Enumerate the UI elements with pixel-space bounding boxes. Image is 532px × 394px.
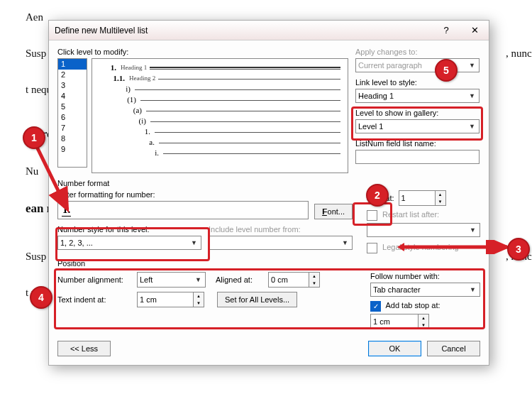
spin-down-icon: ▼ [419,322,428,329]
level-gallery-label: Level to show in gallery: [355,109,480,117]
less-button[interactable]: << Less [57,341,111,356]
text-indent-input[interactable] [137,292,194,307]
number-style-select[interactable]: 1, 2, 3, ...▼ [57,236,201,250]
aligned-at-label: Aligned at: [216,275,265,284]
annotation-marker-5: 5 [435,59,458,82]
bg-line: , nunc. N [506,46,532,61]
dialog-title: Define new Multilevel list [55,26,432,35]
apply-changes-select: Current paragraph▼ [355,58,480,72]
spin-down-icon: ▼ [194,300,204,307]
position-label: Position [57,259,480,268]
add-tab-input[interactable] [370,314,419,329]
aligned-at-spinner[interactable]: ▲▼ [268,272,320,288]
ok-button[interactable]: OK [368,341,421,356]
preview-pane: 1.Heading 1 1.1.Heading 2 i) (1) (a) (i)… [92,58,348,173]
add-tab-label: Add tab stop at: [385,301,440,310]
chevron-down-icon: ▼ [189,239,199,246]
restart-label: Restart list after: [382,210,439,219]
click-level-label: Click level to modify: [57,48,348,56]
spin-down-icon: ▼ [436,198,445,205]
link-level-select[interactable]: Heading 1▼ [355,89,480,103]
chevron-down-icon: ▼ [467,62,477,69]
titlebar[interactable]: Define new Multilevel list ? ✕ [49,21,489,40]
start-at-input[interactable] [399,190,436,206]
level-item[interactable]: 3 [58,80,87,91]
level-item[interactable]: 7 [58,123,87,133]
number-format-label: Number format [57,179,480,187]
level-item[interactable]: 6 [58,112,87,123]
add-tab-checkbox[interactable]: ✓ [370,301,381,312]
number-format-input[interactable]: 1. [57,201,309,219]
help-button[interactable]: ? [432,21,460,40]
spin-down-icon: ▼ [309,280,319,287]
annotation-marker-2: 2 [366,184,389,207]
include-level-select: ▼ [209,236,353,250]
set-all-levels-button[interactable]: Set for All Levels... [217,292,297,307]
apply-changes-label: Apply changes to: [355,48,480,56]
cancel-button[interactable]: Cancel [427,341,480,356]
number-style-label: Number style for this level: [57,225,201,234]
level-item[interactable]: 2 [58,70,87,80]
spin-up-icon: ▲ [436,191,445,198]
chevron-down-icon: ▼ [467,226,478,234]
preview-num: 1. [99,63,121,72]
annotation-marker-3: 3 [507,238,530,261]
start-at-spinner[interactable]: ▲▼ [399,190,446,206]
level-item[interactable]: 8 [58,133,87,144]
add-tab-spinner[interactable]: ▲▼ [370,314,480,329]
level-item[interactable]: 4 [58,91,87,102]
level-item[interactable]: 1 [58,59,87,70]
text-indent-spinner[interactable]: ▲▼ [137,292,204,307]
spin-up-icon: ▲ [309,273,319,280]
restart-checkbox [367,210,377,221]
level-item[interactable]: 9 [58,144,87,155]
level-listbox[interactable]: 1 2 3 4 5 6 7 8 9 [57,58,87,168]
chevron-down-icon: ▼ [467,92,477,99]
legal-checkbox [367,243,377,253]
chevron-down-icon: ▼ [467,123,477,130]
enter-format-label: Enter formatting for number: [57,190,353,199]
preview-num: 1.1. [99,74,129,82]
close-button[interactable]: ✕ [460,21,489,40]
legal-label: Legal style numbering [382,243,459,251]
aligned-at-input[interactable] [268,272,309,288]
follow-number-select[interactable]: Tab character▼ [370,283,480,297]
number-alignment-select[interactable]: Left▼ [137,272,206,288]
chevron-down-icon: ▼ [193,276,204,283]
bg-line: Susp [26,249,46,264]
text-indent-label: Text indent at: [57,295,134,304]
annotation-marker-1: 1 [23,126,45,149]
level-gallery-select[interactable]: Level 1▼ [355,119,480,133]
chevron-down-icon: ▼ [340,239,350,246]
define-multilevel-dialog: Define new Multilevel list ? ✕ Click lev… [48,20,489,366]
restart-after-select: ▼ [367,223,480,237]
spin-up-icon: ▲ [194,292,204,300]
link-level-label: Link level to style: [355,78,480,87]
chevron-down-icon: ▼ [467,286,478,293]
include-level-label: Include level number from: [209,225,353,234]
annotation-marker-4: 4 [30,286,52,309]
bg-line: Susp [26,46,46,61]
listnum-label: ListNum field list name: [355,139,480,148]
font-button[interactable]: FFont... [314,204,353,219]
listnum-input[interactable] [355,150,480,164]
level-item[interactable]: 5 [58,102,87,112]
spin-up-icon: ▲ [419,314,428,322]
number-alignment-label: Number alignment: [57,275,134,284]
follow-number-label: Follow number with: [370,272,480,280]
